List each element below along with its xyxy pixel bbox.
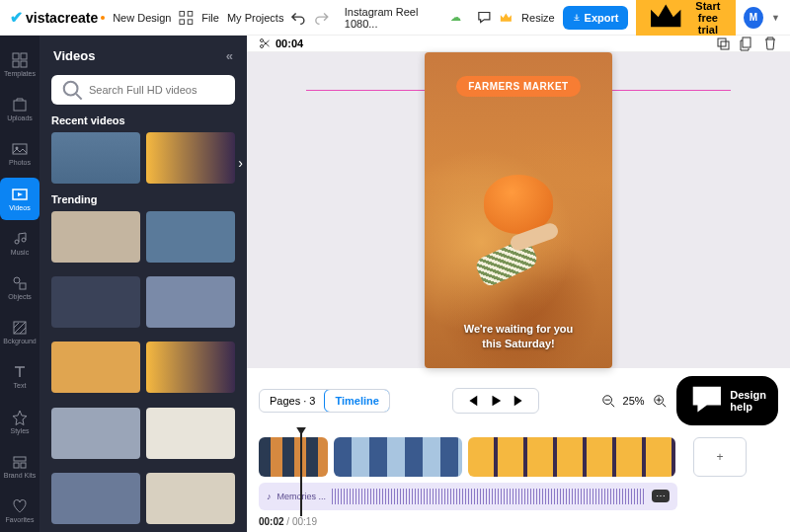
svg-point-20 bbox=[261, 45, 264, 48]
svg-point-19 bbox=[261, 39, 264, 42]
design-help-button[interactable]: Design help bbox=[676, 376, 778, 425]
video-thumb[interactable] bbox=[51, 342, 140, 393]
svg-rect-22 bbox=[721, 41, 729, 49]
copy-icon[interactable] bbox=[739, 36, 754, 51]
sidebar-item-photos[interactable]: Photos bbox=[0, 132, 40, 175]
sidebar-label: Styles bbox=[10, 427, 29, 434]
playback-controls bbox=[452, 388, 539, 414]
tab-timeline[interactable]: Timeline bbox=[324, 389, 389, 413]
file-menu[interactable]: File bbox=[201, 12, 219, 24]
sidebar-item-brand-kits[interactable]: Brand Kits bbox=[0, 445, 40, 488]
artboard[interactable]: FARMERS MARKET We're waiting for you thi… bbox=[425, 52, 612, 368]
canvas-stage[interactable]: FARMERS MARKET We're waiting for you thi… bbox=[247, 52, 790, 368]
sidebar-item-objects[interactable]: Objects bbox=[0, 266, 40, 309]
export-button[interactable]: Export bbox=[563, 6, 629, 30]
document-title[interactable]: Instagram Reel 1080... ☁ bbox=[345, 6, 461, 30]
trash-icon[interactable] bbox=[762, 36, 778, 51]
zoom-out-icon[interactable] bbox=[601, 394, 615, 408]
search-field[interactable] bbox=[89, 84, 225, 96]
scissors-icon bbox=[259, 38, 271, 49]
export-label: Export bbox=[585, 12, 619, 24]
svg-rect-15 bbox=[14, 457, 26, 461]
video-thumb[interactable] bbox=[146, 132, 235, 184]
sidebar-item-styles[interactable]: Styles bbox=[0, 401, 40, 443]
timeline-clip[interactable] bbox=[468, 437, 675, 477]
my-projects-link[interactable]: My Projects bbox=[227, 12, 283, 24]
add-clip-button[interactable]: + bbox=[693, 437, 747, 477]
sidebar-item-templates[interactable]: Templates bbox=[0, 43, 40, 86]
logo-mark-icon: ✔ bbox=[10, 8, 23, 27]
music-note-icon: ♪ bbox=[267, 492, 272, 501]
panel-header: Videos « bbox=[40, 36, 247, 75]
sidebar-item-background[interactable]: Bckground bbox=[0, 311, 40, 353]
chevron-down-icon[interactable]: ▼ bbox=[771, 13, 780, 23]
crown-small-icon bbox=[646, 0, 685, 38]
resize-link[interactable]: Resize bbox=[521, 12, 555, 24]
video-thumb[interactable] bbox=[51, 211, 140, 263]
redo-icon[interactable] bbox=[314, 10, 329, 26]
prev-icon[interactable] bbox=[465, 394, 479, 408]
chat-icon bbox=[688, 382, 726, 419]
sidebar-item-uploads[interactable]: Uploads bbox=[0, 88, 40, 130]
playhead[interactable] bbox=[300, 431, 302, 516]
zoom-in-icon[interactable] bbox=[653, 394, 667, 408]
audio-more-button[interactable]: ⋯ bbox=[652, 490, 670, 502]
audio-track[interactable]: ♪ Memories ... ⋯ bbox=[259, 483, 677, 510]
video-thumb[interactable] bbox=[146, 211, 235, 263]
crown-icon[interactable] bbox=[499, 10, 514, 26]
app-logo[interactable]: ✔ vistacreate bbox=[10, 8, 105, 27]
timeline-clip[interactable] bbox=[334, 437, 462, 477]
video-thumb[interactable] bbox=[51, 473, 140, 524]
videos-panel: Videos « Recent videos › Trending bbox=[40, 36, 247, 532]
waveform bbox=[332, 489, 646, 504]
objects-icon bbox=[12, 275, 28, 291]
text-icon bbox=[12, 364, 28, 380]
timeline-clip[interactable] bbox=[259, 437, 328, 477]
video-thumb[interactable] bbox=[51, 276, 140, 328]
collapse-icon[interactable]: « bbox=[226, 48, 233, 63]
zoom-level[interactable]: 25% bbox=[623, 395, 645, 407]
styles-icon bbox=[12, 410, 28, 425]
chevron-right-icon[interactable]: › bbox=[238, 155, 243, 171]
sidebar-label: Music bbox=[11, 249, 29, 256]
video-thumb[interactable] bbox=[146, 473, 235, 524]
artboard-badge: FARMERS MARKET bbox=[456, 76, 580, 97]
sidebar-item-videos[interactable]: Videos bbox=[0, 178, 40, 220]
svg-rect-1 bbox=[189, 11, 194, 16]
logo-dot-icon bbox=[101, 16, 105, 20]
videos-icon bbox=[12, 187, 28, 202]
tab-pages[interactable]: Pages · 3 bbox=[260, 390, 325, 412]
trending-heading: Trending bbox=[40, 193, 247, 211]
zoom-controls: 25% bbox=[601, 394, 667, 408]
svg-rect-16 bbox=[14, 463, 19, 468]
next-icon[interactable] bbox=[513, 394, 526, 408]
video-thumb[interactable] bbox=[146, 342, 235, 393]
svg-rect-2 bbox=[180, 19, 185, 24]
new-design-link[interactable]: New Design bbox=[113, 12, 171, 24]
svg-rect-6 bbox=[13, 61, 19, 67]
svg-rect-5 bbox=[21, 53, 27, 59]
video-thumb[interactable] bbox=[146, 408, 235, 459]
sidebar-label: Objects bbox=[8, 293, 32, 300]
sidebar-label: Text bbox=[14, 382, 27, 389]
play-icon[interactable] bbox=[489, 394, 503, 408]
logo-text: vistacreate bbox=[26, 10, 98, 26]
sidebar-item-music[interactable]: Music bbox=[0, 222, 40, 265]
sidebar-label: Bckground bbox=[3, 338, 36, 344]
video-thumb[interactable] bbox=[51, 408, 140, 459]
sidebar-item-favorites[interactable]: Favorites bbox=[0, 490, 40, 532]
search-input[interactable] bbox=[51, 75, 235, 105]
artboard-caption: We're waiting for you this Saturday! bbox=[464, 322, 574, 350]
photos-icon bbox=[12, 141, 28, 157]
user-avatar[interactable]: M bbox=[744, 7, 763, 29]
sidebar-item-text[interactable]: Text bbox=[0, 355, 40, 398]
comment-icon[interactable] bbox=[477, 10, 492, 26]
time-total: 00:19 bbox=[292, 516, 317, 527]
undo-icon[interactable] bbox=[291, 10, 306, 26]
search-icon bbox=[61, 75, 83, 105]
main-layout: Templates Uploads Photos Videos Music Ob… bbox=[0, 36, 790, 532]
video-thumb[interactable] bbox=[146, 276, 235, 328]
svg-rect-23 bbox=[743, 38, 750, 47]
duplicate-icon[interactable] bbox=[715, 36, 731, 51]
video-thumb[interactable] bbox=[51, 132, 140, 184]
